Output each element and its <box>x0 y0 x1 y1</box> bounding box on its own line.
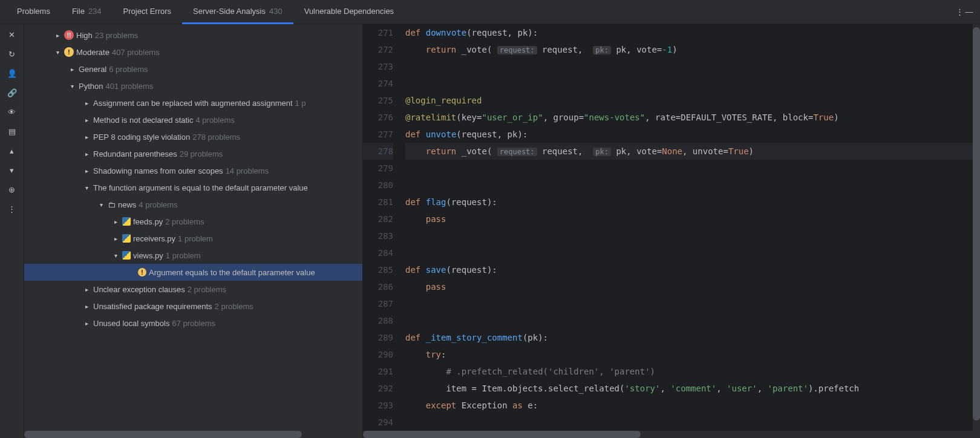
minimize-icon[interactable]: — <box>964 7 974 17</box>
inspection-redundant[interactable]: ▸Redundant parentheses 29 problems <box>24 145 362 162</box>
line-number: 278 <box>363 143 393 160</box>
tab-problems[interactable]: Problems <box>6 0 61 24</box>
chevron-right-icon: ▸ <box>53 32 62 39</box>
line-number: 276 <box>363 109 393 126</box>
tree-label: General <box>79 65 106 74</box>
severity-high[interactable]: ▸!! High 23 problems <box>24 27 362 44</box>
inspection-pep8[interactable]: ▸PEP 8 coding style violation 278 proble… <box>24 128 362 145</box>
inspection-unused[interactable]: ▸Unused local symbols 67 problems <box>24 315 362 332</box>
tree-count: 401 problems <box>105 82 153 91</box>
folder-news[interactable]: ▾🗀 news 4 problems <box>24 196 362 213</box>
link-icon[interactable]: 🔗 <box>7 87 18 98</box>
code-line: def downvote(request, pk): <box>405 24 980 41</box>
options-icon[interactable]: ⋮ <box>7 203 18 214</box>
code-line <box>405 177 980 194</box>
chevron-right-icon: ▸ <box>68 66 76 73</box>
chevron-right-icon: ▸ <box>82 117 91 123</box>
tab-project-errors[interactable]: Project Errors <box>113 0 182 24</box>
line-number: 294 <box>363 414 393 431</box>
tree-count: 4 problems <box>139 200 177 209</box>
inspection-funcarg[interactable]: ▾The function argument is equal to the d… <box>24 179 362 196</box>
tree-count: 2 problems <box>215 302 253 311</box>
chevron-down-icon: ▾ <box>53 49 62 56</box>
file-views[interactable]: ▾ views.py 1 problem <box>24 247 362 264</box>
moderate-icon: ! <box>64 47 74 57</box>
tab-label: File <box>72 7 85 16</box>
inspection-unclear[interactable]: ▸Unclear exception clauses 2 problems <box>24 281 362 298</box>
line-number: 286 <box>363 278 393 295</box>
tree-count: 1 problem <box>166 251 201 260</box>
code-body[interactable]: def downvote(request, pk): return _vote(… <box>405 24 980 431</box>
line-number: 274 <box>363 75 393 92</box>
tab-count: 430 <box>269 7 283 16</box>
tree-count: 1 p <box>295 99 306 108</box>
code-line-highlighted: return _vote( request: request, pk: pk, … <box>405 143 980 160</box>
code-line: return _vote( request: request, pk: pk, … <box>405 41 980 58</box>
file-receivers[interactable]: ▸ receivers.py 1 problem <box>24 230 362 247</box>
inspection-assign[interactable]: ▸Assignment can be replaced with augment… <box>24 94 362 111</box>
tree-count: 2 problems <box>165 217 204 226</box>
chevron-right-icon: ▸ <box>82 134 91 140</box>
line-number: 291 <box>363 363 393 380</box>
line-number: 275 <box>363 92 393 109</box>
code-line: @login_required <box>405 92 980 109</box>
line-number: 290 <box>363 346 393 363</box>
inspection-shadow[interactable]: ▸Shadowing names from outer scopes 14 pr… <box>24 162 362 179</box>
problems-tree[interactable]: ▸!! High 23 problems ▾! Moderate 407 pro… <box>24 24 363 438</box>
line-number: 273 <box>363 58 393 75</box>
collapse-icon[interactable]: ▾ <box>7 165 18 175</box>
line-number: 293 <box>363 397 393 414</box>
problem-argeq[interactable]: ! Argument equals to the default paramet… <box>24 264 362 281</box>
chevron-right-icon: ▸ <box>82 303 91 310</box>
tab-label: Project Errors <box>123 7 171 16</box>
code-line: item = Item.objects.select_related('stor… <box>405 380 980 397</box>
code-line <box>405 295 980 312</box>
editor-hscroll[interactable] <box>363 431 980 438</box>
file-feeds[interactable]: ▸ feeds.py 2 problems <box>24 213 362 230</box>
book-icon[interactable]: ▤ <box>7 126 18 137</box>
code-line <box>405 58 980 75</box>
tree-hscroll[interactable] <box>24 431 363 438</box>
tree-label: feeds.py <box>133 217 163 226</box>
chevron-down-icon: ▾ <box>111 252 120 259</box>
line-number: 287 <box>363 295 393 312</box>
chevron-down-icon: ▾ <box>82 185 91 191</box>
tree-label: Method is not declared static <box>93 116 193 125</box>
chevron-right-icon: ▸ <box>82 286 91 293</box>
category-general[interactable]: ▸General 6 problems <box>24 60 362 77</box>
globe-icon[interactable]: ⊕ <box>7 184 18 195</box>
code-editor[interactable]: 271 272 273 274 275 276 277 278 279 280 … <box>363 24 980 438</box>
code-line: @ratelimit(key="user_or_ip", group="news… <box>405 109 980 126</box>
tab-server-side[interactable]: Server-Side Analysis 430 <box>182 0 293 24</box>
line-number: 281 <box>363 194 393 211</box>
code-line: pass <box>405 278 980 295</box>
more-icon[interactable]: ⋮ <box>955 7 964 17</box>
code-line: except Exception as e: <box>405 397 980 414</box>
tree-count: 6 problems <box>109 65 148 74</box>
tab-file[interactable]: File 234 <box>61 0 113 24</box>
user-icon[interactable]: 👤 <box>7 68 18 79</box>
line-number: 280 <box>363 177 393 194</box>
inspection-unsat[interactable]: ▸Unsatisfied package requirements 2 prob… <box>24 298 362 315</box>
refresh-icon[interactable]: ↻ <box>7 48 18 59</box>
python-file-icon <box>122 234 131 243</box>
chevron-right-icon: ▸ <box>82 151 91 157</box>
tree-count: 67 problems <box>172 319 215 328</box>
tree-label: PEP 8 coding style violation <box>93 132 190 142</box>
tab-bar: Problems File 234 Project Errors Server-… <box>0 0 980 24</box>
code-line <box>405 312 980 329</box>
severity-moderate[interactable]: ▾! Moderate 407 problems <box>24 44 362 60</box>
eye-icon[interactable]: 👁 <box>7 106 18 117</box>
close-icon[interactable]: ✕ <box>7 29 18 40</box>
tree-label: Unsatisfied package requirements <box>93 302 212 311</box>
code-line: pass <box>405 211 980 227</box>
category-python[interactable]: ▾Python 401 problems <box>24 77 362 94</box>
expand-icon[interactable]: ▴ <box>7 145 18 156</box>
inspection-method[interactable]: ▸Method is not declared static 4 problem… <box>24 111 362 128</box>
tree-label: Redundant parentheses <box>93 149 177 159</box>
chevron-down-icon: ▾ <box>97 201 105 208</box>
editor-vscroll[interactable] <box>973 24 980 438</box>
line-number: 285 <box>363 261 393 278</box>
tree-label: Assignment can be replaced with augmente… <box>93 99 293 108</box>
tab-vulnerable[interactable]: Vulnerable Dependencies <box>293 0 405 24</box>
